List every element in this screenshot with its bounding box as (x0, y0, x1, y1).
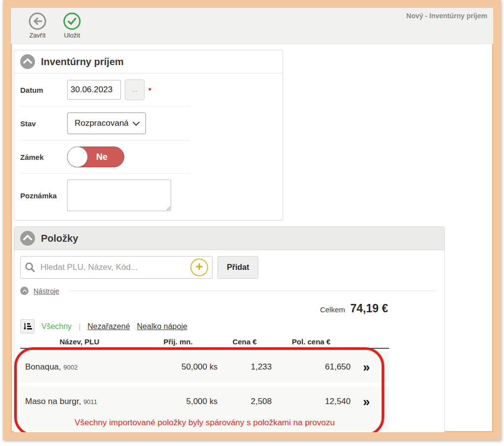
header-line-total[interactable]: Pol. cena € (272, 337, 351, 346)
form-panel-title: Inventúrny príjem (41, 56, 124, 68)
items-panel-title: Položky (41, 233, 78, 244)
item-plu: 9011 (83, 398, 97, 406)
status-select[interactable]: Rozpracovaná (67, 112, 146, 134)
items-panel-header: Položky (14, 227, 444, 250)
header-price[interactable]: Cena € (217, 337, 272, 346)
date-label: Datum (20, 86, 67, 94)
header-name-plu[interactable]: Název, PLU (20, 337, 139, 346)
lock-label: Zámek (20, 153, 67, 161)
close-button[interactable]: Zavřít (20, 12, 55, 39)
item-price: 2,508 (217, 397, 272, 407)
date-field-row: Datum ... * (14, 74, 283, 106)
item-qty: 5,000 (186, 397, 207, 407)
filter-all[interactable]: Všechny (41, 322, 72, 331)
row-detail-icon[interactable]: » (351, 396, 382, 408)
item-unit: ks (210, 363, 217, 372)
item-name: Bonaqua, (25, 362, 61, 372)
item-line-total: 61,650 (272, 362, 351, 372)
search-input[interactable] (39, 262, 190, 273)
header-qty[interactable]: Přij. mn. (139, 337, 217, 346)
lock-field-row: Zámek Ne (14, 141, 283, 173)
back-arrow-icon (20, 12, 55, 31)
sort-icon (23, 322, 32, 331)
row-detail-icon[interactable]: » (351, 361, 382, 373)
collapse-chevron-icon[interactable] (20, 54, 35, 69)
app-window: Zavřít Uložit Nový - Inventúrny príjem I… (3, 0, 501, 440)
status-field-row: Stav Rozpracovaná (14, 107, 283, 140)
item-line-total: 12,540 (272, 397, 351, 407)
add-plus-icon[interactable]: + (190, 259, 208, 276)
total-value: 74,19 € (350, 302, 388, 315)
filter-soft-drinks[interactable]: Nealko nápoje (137, 322, 187, 331)
date-picker-button[interactable]: ... (125, 79, 144, 100)
tools-row: Nástroje (14, 284, 444, 297)
check-circle-icon (54, 12, 90, 31)
header-actions (351, 337, 382, 346)
toggle-knob (67, 147, 88, 167)
total-row: Celkem 74,19 € (20, 302, 388, 315)
search-box: + (20, 256, 213, 279)
save-button-label: Uložit (54, 32, 90, 39)
total-label: Celkem (320, 305, 345, 314)
item-qty: 50,000 (181, 362, 207, 372)
table-row[interactable]: Maso na burgr, 9011 5,000 ks 2,508 12,54… (20, 386, 389, 417)
date-input[interactable] (67, 80, 121, 100)
chevron-down-icon (133, 119, 140, 126)
lock-toggle[interactable]: Ne (67, 147, 124, 167)
collapse-chevron-icon[interactable] (20, 231, 35, 246)
table-header-row: Název, PLU Přij. mn. Cena € Pol. cena € (20, 337, 389, 349)
tools-divider-line (69, 291, 435, 291)
search-row: + Přidat (14, 250, 444, 284)
form-panel-header: Inventúrny príjem (14, 50, 283, 74)
search-icon (25, 262, 36, 273)
sort-button[interactable] (20, 319, 35, 334)
item-unit: ks (210, 397, 217, 406)
status-select-value: Rozpracovaná (74, 118, 129, 128)
import-status-message: Všechny importované položky byly spárová… (20, 417, 389, 431)
save-button[interactable]: Uložit (54, 12, 90, 39)
tools-link[interactable]: Nástroje (34, 287, 59, 295)
item-plu: 9002 (64, 364, 78, 371)
note-field-row: Poznámka (14, 174, 283, 220)
filter-divider: | (78, 322, 80, 331)
form-panel: Inventúrny príjem Datum ... * Stav Rozpr… (14, 50, 283, 221)
item-price: 1,233 (217, 362, 272, 372)
toolbar: Zavřít Uložit Nový - Inventúrny príjem (11, 8, 493, 44)
status-label: Stav (20, 119, 67, 128)
filter-unassigned[interactable]: Nezařazené (87, 322, 130, 331)
item-name: Maso na burgr, (25, 397, 81, 406)
add-item-button[interactable]: Přidat (217, 256, 258, 279)
items-table: Název, PLU Přij. mn. Cena € Pol. cena € … (20, 337, 389, 431)
table-row[interactable]: Bonaqua, 9002 50,000 ks 1,233 61,650 » (20, 352, 389, 382)
note-textarea[interactable] (67, 180, 171, 211)
required-asterisk: * (148, 86, 151, 94)
items-panel: Položky + Přidat Nástroje Celkem (14, 226, 445, 437)
tools-chevron-icon[interactable] (20, 287, 29, 295)
note-label: Poznámka (20, 191, 67, 200)
toggle-state-label: Ne (96, 147, 108, 167)
filter-row: Všechny | Nezařazené Nealko nápoje (14, 315, 444, 336)
close-button-label: Zavřít (20, 32, 55, 39)
window-title: Nový - Inventúrny príjem (406, 12, 487, 20)
